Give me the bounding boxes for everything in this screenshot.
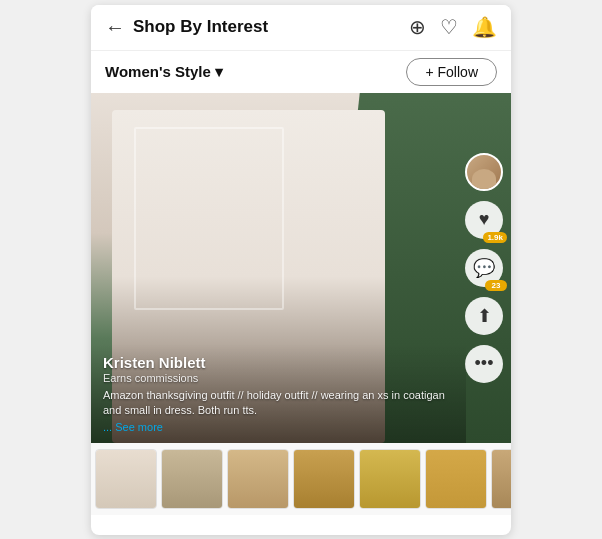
like-count: 1.9k: [483, 232, 507, 243]
product-item[interactable]: [161, 449, 223, 509]
more-icon: •••: [475, 353, 494, 374]
like-button[interactable]: ♥ 1.9k: [465, 201, 503, 239]
share-button[interactable]: ⬆: [465, 297, 503, 335]
header: ← Shop By Interest ⊕ ♡ 🔔: [91, 5, 511, 51]
phone-container: ← Shop By Interest ⊕ ♡ 🔔 Women's Style ▾…: [91, 5, 511, 535]
main-content: ♥ 1.9k 💬 23 ⬆ ••• Kristen Niblett Earns …: [91, 93, 511, 443]
comment-button[interactable]: 💬 23: [465, 249, 503, 287]
heart-icon[interactable]: ♡: [440, 15, 458, 39]
share-icon: ⬆: [477, 305, 492, 327]
creator-name: Kristen Niblett: [103, 354, 454, 371]
category-label: Women's Style: [105, 63, 211, 80]
product-item[interactable]: [425, 449, 487, 509]
category-selector[interactable]: Women's Style ▾: [105, 63, 223, 81]
bell-icon[interactable]: 🔔: [472, 15, 497, 39]
page-title: Shop By Interest: [133, 17, 268, 37]
more-button[interactable]: •••: [465, 345, 503, 383]
product-item[interactable]: [359, 449, 421, 509]
header-icons: ⊕ ♡ 🔔: [409, 15, 497, 39]
chevron-down-icon: ▾: [215, 63, 223, 81]
avatar[interactable]: [465, 153, 503, 191]
heart-action-icon: ♥: [479, 209, 490, 230]
overlay-text: Kristen Niblett Earns commissions Amazon…: [91, 344, 466, 443]
creator-tag: Earns commissions: [103, 372, 454, 384]
product-strip: [91, 443, 511, 515]
header-left: ← Shop By Interest: [105, 16, 268, 39]
product-item[interactable]: [95, 449, 157, 509]
product-item[interactable]: [491, 449, 511, 509]
add-icon[interactable]: ⊕: [409, 15, 426, 39]
product-item[interactable]: [227, 449, 289, 509]
side-actions: ♥ 1.9k 💬 23 ⬆ •••: [465, 153, 503, 383]
product-item[interactable]: [293, 449, 355, 509]
comment-count: 23: [485, 280, 507, 291]
follow-button[interactable]: + Follow: [406, 58, 497, 86]
see-more-link[interactable]: ... See more: [103, 421, 454, 433]
comment-icon: 💬: [473, 257, 495, 279]
post-caption: Amazon thanksgiving outfit // holiday ou…: [103, 388, 454, 419]
back-button[interactable]: ←: [105, 16, 125, 39]
sub-header: Women's Style ▾ + Follow: [91, 51, 511, 93]
wall-panel: [134, 127, 284, 310]
